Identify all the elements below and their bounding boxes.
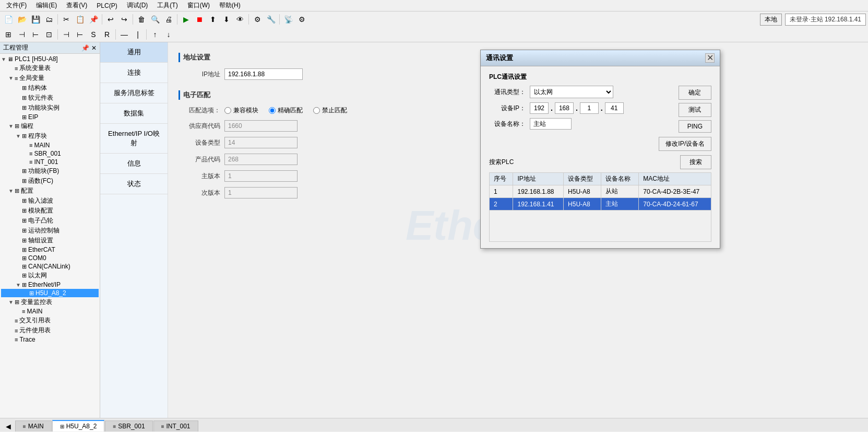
tree-item[interactable]: ⊞EIP (1, 113, 99, 121)
test-button[interactable]: 测试 (679, 103, 711, 117)
radio-exact-input[interactable] (269, 107, 276, 114)
tree-item[interactable]: ▼⊞配置 (1, 186, 99, 196)
redo-btn[interactable]: ↪ (118, 13, 130, 26)
tree-item[interactable]: ▼⊞编程 (1, 121, 99, 131)
tree-item[interactable]: ⊞输入滤波 (1, 196, 99, 206)
ip-octet-4[interactable] (605, 102, 624, 114)
tree-item[interactable]: ⊞功能块实例 (1, 103, 99, 113)
build-all-btn[interactable]: 🔧 (265, 13, 277, 26)
tree-item[interactable]: ⊞轴组设置 (1, 236, 99, 246)
nav-item-1[interactable]: 连接 (100, 63, 168, 83)
undo-btn[interactable]: ↩ (104, 13, 117, 26)
tree-item[interactable]: ≡系统变量表 (1, 63, 99, 73)
comm-btn[interactable]: 📡 (282, 13, 294, 26)
bottom-tab-main[interactable]: ≡MAIN (15, 421, 52, 431)
menu-help[interactable]: 帮助(H) (215, 0, 245, 11)
nav-item-4[interactable]: Ethernet/IP I/O映射 (100, 124, 168, 154)
nc-contact-btn[interactable]: ⊢ (74, 28, 86, 41)
run-btn[interactable]: ▶ (180, 13, 192, 26)
menu-edit[interactable]: 编辑(E) (32, 0, 61, 11)
close-icon[interactable]: ✕ (91, 44, 97, 52)
menu-tools[interactable]: 工具(T) (153, 0, 182, 11)
menu-debug[interactable]: 调试(D) (123, 0, 152, 11)
bottom-tab-sbr_001[interactable]: ≡SBR_001 (105, 421, 152, 431)
tree-item[interactable]: ⊞H5U_A8_2 (1, 289, 99, 297)
tree-item[interactable]: ▼🖥PLC1 [H5U-A8] (1, 55, 99, 63)
tree-item[interactable]: ≡MAIN (1, 307, 99, 316)
radio-compat[interactable]: 兼容模块 (224, 106, 258, 115)
comm-type-select[interactable]: 以太网 (530, 86, 613, 98)
radio-disable-input[interactable] (313, 107, 320, 114)
product-code-input[interactable] (224, 154, 298, 165)
pin-icon[interactable]: 📌 (81, 44, 89, 52)
radio-disable[interactable]: 禁止匹配 (313, 106, 347, 115)
table-row[interactable]: 1192.168.1.88H5U-A8从站70-CA-4D-2B-3E-47 (490, 185, 711, 198)
tree-item[interactable]: ▼≡全局变量 (1, 73, 99, 83)
save-btn[interactable]: 💾 (29, 13, 42, 26)
tree-item[interactable]: ≡Trace (1, 335, 99, 344)
menu-window[interactable]: 窗口(W) (183, 0, 214, 11)
stop-btn[interactable]: ⏹ (193, 13, 206, 26)
cut-btn[interactable]: ✂ (60, 13, 73, 26)
tree-item[interactable]: ≡MAIN (1, 141, 99, 149)
device-name-input[interactable] (530, 118, 572, 130)
tree-item[interactable]: ⊞CAN(CANLink) (1, 262, 99, 271)
tree-item[interactable]: ≡元件使用表 (1, 325, 99, 335)
tree-item[interactable]: ≡INT_001 (1, 158, 99, 166)
vendor-code-input[interactable] (224, 120, 298, 132)
nav-item-2[interactable]: 服务消息标签 (100, 83, 168, 103)
dialog-close-btn[interactable]: ✕ (705, 53, 715, 63)
new-btn[interactable]: 📄 (2, 13, 15, 26)
tree-item[interactable]: ⊞COM0 (1, 254, 99, 262)
delete-btn[interactable]: 🗑 (135, 13, 148, 26)
nav-item-5[interactable]: 信息 (100, 154, 168, 174)
save-all-btn[interactable]: 🗂 (43, 13, 55, 26)
menu-view[interactable]: 查看(V) (62, 0, 91, 11)
tree-item[interactable]: ⊞功能块(FB) (1, 166, 99, 176)
bottom-tab-int_001[interactable]: ≡INT_001 (153, 421, 198, 431)
ladder-btn[interactable]: ⊞ (2, 28, 15, 41)
reset-btn[interactable]: R (101, 28, 113, 41)
confirm-button[interactable]: 确定 (679, 86, 711, 100)
tree-item[interactable]: ⊞EtherCAT (1, 246, 99, 254)
contact-btn[interactable]: ⊣ (16, 28, 28, 41)
table-row[interactable]: 2192.168.1.41H5U-A8主站70-CA-4D-24-61-67 (490, 198, 711, 211)
tree-item[interactable]: ⊞运动控制轴 (1, 226, 99, 236)
device-type-input[interactable] (224, 137, 298, 148)
nav-item-3[interactable]: 数据集 (100, 103, 168, 124)
tree-item[interactable]: ⊞电子凸轮 (1, 216, 99, 226)
minor-version-input[interactable] (224, 187, 298, 199)
ip-octet-1[interactable] (530, 102, 549, 114)
monitor-btn[interactable]: 👁 (234, 13, 246, 26)
local-button[interactable]: 本地 (760, 14, 782, 26)
func-btn[interactable]: ⊡ (43, 28, 55, 41)
down-btn[interactable]: ↓ (162, 28, 175, 41)
menu-plc[interactable]: PLC(P) (92, 1, 121, 10)
menu-file[interactable]: 文件(F) (2, 0, 31, 11)
bottom-tab-h5u_a8_2[interactable]: ⊞H5U_A8_2 (52, 420, 105, 431)
tree-item[interactable]: ⊞函数(FC) (1, 176, 99, 186)
line-h-btn[interactable]: — (118, 28, 130, 41)
coil-btn[interactable]: ⊢ (29, 28, 42, 41)
tree-item[interactable]: ≡交叉引用表 (1, 316, 99, 325)
tree-item[interactable]: ⊞以太网 (1, 271, 99, 281)
modify-ip-button[interactable]: 修改IP/设备名 (659, 137, 711, 151)
tree-item[interactable]: ⊞结构体 (1, 83, 99, 93)
upload-btn[interactable]: ⬆ (207, 13, 219, 26)
ping-button[interactable]: PING (679, 120, 711, 133)
up-btn[interactable]: ↑ (149, 28, 161, 41)
nav-item-6[interactable]: 状态 (100, 174, 168, 194)
ip-input[interactable] (224, 68, 303, 80)
print-btn[interactable]: 🖨 (162, 13, 175, 26)
paste-btn[interactable]: 📌 (87, 13, 100, 26)
download-btn[interactable]: ⬇ (220, 13, 233, 26)
tree-item[interactable]: ▼⊞变量监控表 (1, 297, 99, 307)
open-btn[interactable]: 📂 (16, 13, 28, 26)
ip-octet-3[interactable] (580, 102, 599, 114)
scroll-left-icon[interactable]: ◄ (2, 422, 15, 431)
nav-item-0[interactable]: 通用 (100, 42, 168, 63)
search-plc-button[interactable]: 搜索 (680, 155, 711, 169)
search-btn[interactable]: 🔍 (149, 13, 161, 26)
tree-item[interactable]: ▼⊞程序块 (1, 131, 99, 141)
no-contact-btn[interactable]: ⊣ (60, 28, 73, 41)
